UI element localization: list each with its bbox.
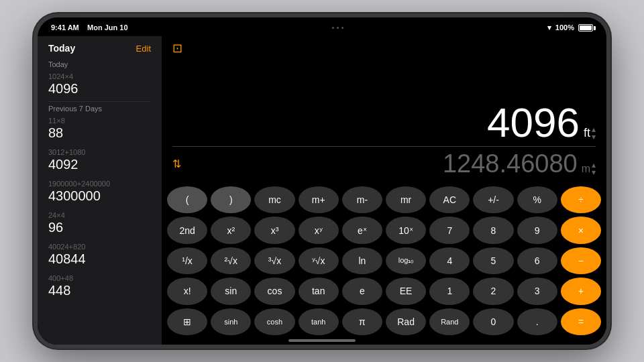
btn--[interactable]: π xyxy=(342,308,382,335)
calc-toolbar: ⊡ xyxy=(162,36,606,60)
btn---x[interactable]: ²√x xyxy=(211,247,251,274)
battery-icon xyxy=(578,24,593,32)
btn-9[interactable]: 9 xyxy=(517,217,557,243)
history-result: 88 xyxy=(48,125,151,140)
calculator-main: ⊡ 4096 ft ▴▾ ⇅ 1248.46080 xyxy=(162,36,606,345)
history-expr: 3012+1080 xyxy=(48,148,151,156)
history-expr: 24×4 xyxy=(48,211,151,219)
btn-8[interactable]: 8 xyxy=(473,217,513,243)
history-item[interactable]: 40024+820 40844 xyxy=(38,240,162,272)
unit-chevron: ▴▾ xyxy=(592,126,596,141)
btn-m-[interactable]: m+ xyxy=(299,186,339,213)
btn-3[interactable]: 3 xyxy=(517,278,557,304)
status-center xyxy=(332,27,343,29)
convert-row: ⇅ 1248.46080 m ▴▾ xyxy=(172,149,596,178)
convert-arrows-icon[interactable]: ⇅ xyxy=(172,158,181,170)
btn-rand[interactable]: Rand xyxy=(429,308,470,335)
btn-cosh[interactable]: cosh xyxy=(254,308,294,335)
primary-value: 4096 xyxy=(487,102,580,143)
btn-2[interactable]: 2 xyxy=(473,278,513,304)
history-result: 448 xyxy=(48,283,151,298)
status-date: Mon Jun 10 xyxy=(87,23,128,32)
battery-label: 100% xyxy=(555,23,574,32)
history-item[interactable]: 1900000+2400000 4300000 xyxy=(38,177,162,208)
btn-6[interactable]: 6 xyxy=(517,247,557,274)
btn-sin[interactable]: sin xyxy=(211,278,251,304)
history-expr: 40024+820 xyxy=(48,243,151,251)
history-result: 40844 xyxy=(48,251,151,266)
btn--[interactable]: . xyxy=(517,308,557,335)
sidebar-header: Today Edit xyxy=(38,36,162,58)
btn-m-[interactable]: m- xyxy=(342,186,382,213)
status-bar: 9:41 AM Mon Jun 10 ▾ 100% xyxy=(38,17,606,36)
dot3 xyxy=(341,27,343,29)
history-item[interactable]: 400+48 448 xyxy=(38,272,162,303)
edit-button[interactable]: Edit xyxy=(136,44,151,54)
btn--[interactable]: ( xyxy=(167,186,207,213)
secondary-unit-container[interactable]: m ▴▾ xyxy=(582,162,596,176)
btn-2nd[interactable]: 2nd xyxy=(167,217,207,243)
sidebar-title: Today xyxy=(48,43,75,54)
section-today: Today xyxy=(38,58,162,70)
btn--[interactable]: ⊞ xyxy=(167,308,207,335)
btn---x[interactable]: ¹/x xyxy=(167,247,207,274)
btn--[interactable]: − xyxy=(561,247,601,274)
history-item[interactable]: 3012+1080 4092 xyxy=(38,145,162,177)
btn-x-[interactable]: x² xyxy=(211,217,251,243)
btn-rad[interactable]: Rad xyxy=(386,308,426,335)
sec-unit-chevron: ▴▾ xyxy=(592,162,596,176)
btn---x[interactable]: ʸ√x xyxy=(299,247,339,274)
btn--[interactable]: ) xyxy=(211,186,251,213)
btn--[interactable]: + xyxy=(561,278,601,304)
history-expr: 400+48 xyxy=(48,274,151,282)
btn-5[interactable]: 5 xyxy=(473,247,513,274)
sidebar-toggle-icon[interactable]: ⊡ xyxy=(172,41,182,56)
wifi-icon: ▾ xyxy=(547,23,551,32)
history-item[interactable]: 24×4 96 xyxy=(38,208,162,240)
status-right: ▾ 100% xyxy=(547,23,593,32)
btn-10-[interactable]: 10ˣ xyxy=(386,217,426,243)
btn--[interactable]: % xyxy=(517,186,557,213)
primary-unit: ft xyxy=(584,126,590,140)
section-prev7: Previous 7 Days xyxy=(38,102,162,114)
btn-log--[interactable]: log₁₀ xyxy=(386,247,426,274)
history-sidebar: Today Edit Today 1024×4 4096 Previous 7 … xyxy=(38,36,162,345)
btn--[interactable]: × xyxy=(561,217,601,243)
home-indicator xyxy=(288,339,356,342)
secondary-value: 1248.46080 xyxy=(443,149,578,178)
btn-1[interactable]: 1 xyxy=(429,278,470,304)
btn--[interactable]: = xyxy=(561,308,601,335)
primary-unit-container[interactable]: ft ▴▾ xyxy=(584,126,596,141)
btn---x[interactable]: ³√x xyxy=(254,247,294,274)
dot2 xyxy=(337,27,339,29)
history-item[interactable]: 1024×4 4096 xyxy=(38,70,162,101)
history-item[interactable]: 11×8 88 xyxy=(38,114,162,145)
btn-tan[interactable]: tan xyxy=(299,278,339,304)
status-time: 9:41 AM xyxy=(51,23,79,32)
btn-e[interactable]: e xyxy=(342,278,382,304)
btn-7[interactable]: 7 xyxy=(429,217,470,243)
btn-0[interactable]: 0 xyxy=(473,308,513,335)
history-expr: 1024×4 xyxy=(48,72,151,80)
btn-ee[interactable]: EE xyxy=(386,278,426,304)
btn-mr[interactable]: mr xyxy=(386,186,426,213)
btn----[interactable]: +/- xyxy=(473,186,513,213)
btn-cos[interactable]: cos xyxy=(254,278,294,304)
btn-ac[interactable]: AC xyxy=(429,186,470,213)
btn-x-[interactable]: x! xyxy=(167,278,207,304)
btn-tanh[interactable]: tanh xyxy=(299,308,339,335)
history-result: 4300000 xyxy=(48,188,151,203)
btn-e-[interactable]: eˣ xyxy=(342,217,382,243)
btn-ln[interactable]: ln xyxy=(342,247,382,274)
btn-sinh[interactable]: sinh xyxy=(211,308,251,335)
secondary-unit: m xyxy=(582,163,590,175)
btn-x-[interactable]: x³ xyxy=(254,217,294,243)
button-grid: ()mcm+m-mrAC+/-%÷2ndx²x³xʸeˣ10ˣ789×¹/x²√… xyxy=(162,184,606,345)
app-content: Today Edit Today 1024×4 4096 Previous 7 … xyxy=(38,36,606,345)
btn-x-[interactable]: xʸ xyxy=(299,217,339,243)
btn-4[interactable]: 4 xyxy=(429,247,470,274)
history-expr: 1900000+2400000 xyxy=(48,180,151,188)
status-time-date: 9:41 AM Mon Jun 10 xyxy=(51,23,128,32)
btn--[interactable]: ÷ xyxy=(561,186,601,213)
btn-mc[interactable]: mc xyxy=(254,186,294,213)
